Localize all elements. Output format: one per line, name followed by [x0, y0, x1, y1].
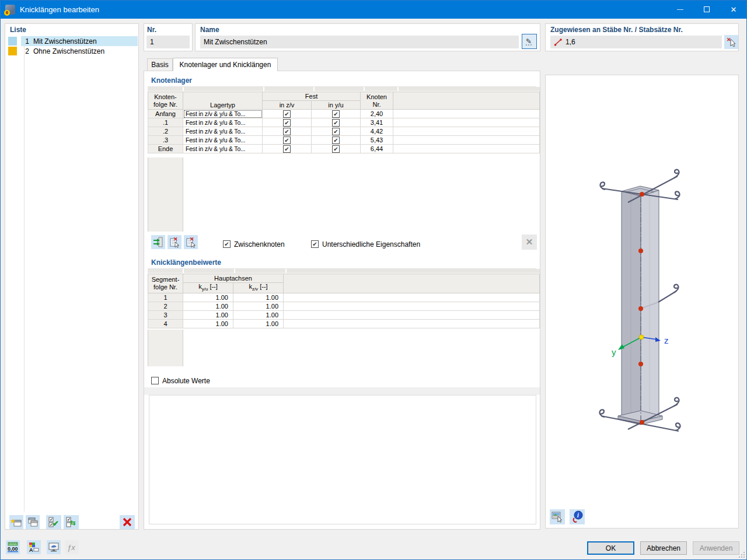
- function-button[interactable]: ƒx: [65, 540, 79, 554]
- table-row[interactable]: Anfang Fest in z/v & y/u & To... 2,40: [148, 110, 540, 118]
- nr-label: Nr.: [147, 26, 156, 34]
- info-icon: i: [571, 510, 584, 523]
- maximize-button[interactable]: [693, 0, 720, 19]
- viewer-info-button[interactable]: i: [570, 509, 585, 524]
- col-in-zv: in z/v: [263, 101, 312, 110]
- svg-text:ƒx: ƒx: [67, 543, 75, 552]
- table-filler-column: [148, 158, 183, 232]
- kzv-cell[interactable]: 1.00: [233, 302, 284, 311]
- list-item-label: Ohne Zwischenstützen: [33, 47, 104, 55]
- 3d-viewer[interactable]: y z: [546, 75, 738, 507]
- cancel-button[interactable]: Abbrechen: [640, 541, 687, 555]
- units-settings-button[interactable]: 0,00: [6, 540, 20, 554]
- titlebar[interactable]: 6 Knicklängen bearbeiten ✕: [0, 0, 747, 19]
- minimize-button[interactable]: [666, 0, 693, 19]
- kyu-cell[interactable]: 1.00: [183, 320, 233, 328]
- table-row[interactable]: .2 Fest in z/v & y/u & To... 4,42: [148, 127, 540, 136]
- lagertyp-cell[interactable]: Fest in z/v & y/u & To...: [183, 110, 263, 118]
- mid-support-symbol: [658, 285, 679, 302]
- checkbox[interactable]: [311, 240, 319, 248]
- pick-members-button[interactable]: ✕: [724, 35, 738, 49]
- list-item-number: 2: [21, 47, 29, 55]
- apply-button[interactable]: Anwenden: [693, 541, 739, 555]
- checkbox[interactable]: [332, 145, 340, 153]
- col-segmentfolge: Segment-folge Nr.: [148, 274, 183, 293]
- lagertyp-cell[interactable]: Fest in z/v & y/u & To...: [183, 145, 263, 153]
- viewer-display-settings-button[interactable]: [550, 509, 565, 524]
- select-all-check-icon: ✔ ✔ ✔: [47, 516, 60, 528]
- pointer-x-icon: ✕: [725, 36, 737, 48]
- delete-list-entry-button[interactable]: [120, 515, 135, 529]
- lagertyp-cell[interactable]: Fest in z/v & y/u & To...: [183, 136, 263, 145]
- unterschiedliche-checkbox-row[interactable]: Unterschiedliche Eigenschaften: [311, 239, 420, 249]
- checkbox[interactable]: [223, 240, 231, 248]
- svg-text:✕: ✕: [190, 236, 194, 242]
- assigned-label: Zugewiesen an Stäbe Nr. / Stabsätze Nr.: [550, 26, 683, 34]
- checkbox[interactable]: [283, 119, 291, 127]
- zwischenknoten-checkbox-row[interactable]: Zwischenknoten: [223, 239, 285, 249]
- name-input[interactable]: Mit Zwischenstützen: [200, 36, 519, 48]
- kyu-cell[interactable]: 1.00: [183, 311, 233, 320]
- tab-basis[interactable]: Basis: [147, 58, 173, 71]
- table-row[interactable]: 3 1.00 1.00: [148, 311, 540, 320]
- insert-node-button[interactable]: [151, 235, 165, 249]
- checkbox[interactable]: [332, 128, 340, 135]
- close-button[interactable]: ✕: [720, 0, 747, 19]
- checkbox[interactable]: [332, 110, 340, 118]
- fx-icon: ƒx: [66, 541, 78, 553]
- axis-y-label: y: [612, 347, 616, 357]
- rendering-button[interactable]: [47, 540, 61, 554]
- new-list-entry-button[interactable]: ★: [9, 515, 23, 529]
- checkbox[interactable]: [283, 110, 291, 118]
- axes-origin-node: [639, 335, 644, 340]
- table-row[interactable]: Ende Fest in z/v & y/u & To... 6,44: [148, 145, 540, 153]
- delete-all-nodes-button[interactable]: ✕: [184, 235, 198, 249]
- invert-selection-button[interactable]: ✔ ⇆: [64, 515, 79, 529]
- checkbox[interactable]: [283, 145, 291, 153]
- lagertyp-cell[interactable]: Fest in z/v & y/u & To...: [183, 118, 263, 127]
- col-knoten-nr: KnotenNr.: [361, 92, 393, 110]
- absolute-werte-checkbox-row[interactable]: Absolute Werte: [151, 375, 210, 386]
- kzv-cell[interactable]: 1.00: [233, 293, 284, 302]
- color-swatch: [8, 37, 17, 46]
- resize-grip[interactable]: [739, 552, 745, 558]
- checkbox[interactable]: [283, 128, 291, 135]
- checkbox[interactable]: [151, 377, 159, 384]
- copy-icon: [27, 516, 39, 528]
- svg-text:0,00: 0,00: [8, 546, 18, 552]
- svg-text:✕: ✕: [727, 37, 731, 43]
- table-row[interactable]: .3 Fest in z/v & y/u & To... 5,43: [148, 136, 540, 145]
- empty-detail-area: [149, 395, 536, 524]
- assigned-members-field[interactable]: 1,6: [550, 36, 722, 48]
- assigned-value: 1,6: [566, 38, 575, 46]
- col-fest-group: Fest: [263, 92, 361, 101]
- delete-node-button[interactable]: ✕: [167, 235, 181, 249]
- list-item[interactable]: 2 Ohne Zwischenstützen: [6, 46, 138, 56]
- kzv-cell[interactable]: 1.00: [233, 311, 284, 320]
- tab-knotenlager-und-knicklaengen[interactable]: Knotenlager und Knicklängen: [173, 58, 278, 71]
- list-item[interactable]: 1 Mit Zwischenstützen: [6, 36, 138, 46]
- checkbox[interactable]: [332, 119, 340, 127]
- svg-text:A: A: [29, 547, 33, 553]
- copy-list-entry-button[interactable]: [26, 515, 40, 529]
- table-row[interactable]: 1 1.00 1.00: [148, 293, 540, 302]
- select-all-button[interactable]: ✔ ✔ ✔: [46, 515, 61, 529]
- clear-button[interactable]: ✕: [522, 235, 537, 250]
- kyu-cell[interactable]: 1.00: [183, 293, 233, 302]
- member-icon: [554, 38, 563, 47]
- new-window-star-icon: ★: [11, 516, 22, 528]
- table-row[interactable]: 4 1.00 1.00: [148, 320, 540, 328]
- table-row[interactable]: 2 1.00 1.00: [148, 302, 540, 311]
- kyu-cell[interactable]: 1.00: [183, 302, 233, 311]
- checkbox[interactable]: [283, 136, 291, 144]
- display-properties-button[interactable]: A: [27, 540, 41, 554]
- lagertyp-cell[interactable]: Fest in z/v & y/u & To...: [183, 127, 263, 136]
- name-edit-button[interactable]: ✎: [522, 34, 537, 49]
- column-strip: [148, 269, 540, 273]
- ok-button[interactable]: OK: [587, 541, 634, 555]
- knicklaengenbeiwerte-table: Segment-folge Nr. Hauptachsen ky/u [--] …: [148, 274, 540, 328]
- color-swatch: [8, 47, 17, 55]
- table-row[interactable]: .1 Fest in z/v & y/u & To... 3,41: [148, 118, 540, 127]
- checkbox[interactable]: [332, 136, 340, 144]
- kzv-cell[interactable]: 1.00: [233, 320, 284, 328]
